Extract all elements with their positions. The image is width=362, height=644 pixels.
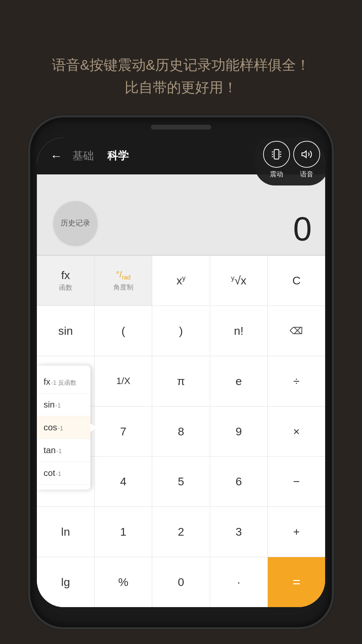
panel-item-cos-inv[interactable]: cos-1 [37,416,90,439]
key-subtract[interactable]: − [268,457,325,506]
key-multiply[interactable]: × [268,407,325,457]
header-popup: 震动 语音 [255,138,325,185]
key-sin[interactable]: sin [37,306,95,356]
tab-basic[interactable]: 基础 [72,149,94,163]
key-0[interactable]: 0 [152,557,210,607]
key-e[interactable]: e [210,356,268,406]
key-row-6: ln 1 2 3 + [37,507,325,557]
phone-shell: ← 基础 科学 [30,117,332,627]
back-button[interactable]: ← [50,149,62,163]
sound-button[interactable]: 语音 [293,141,320,179]
key-add[interactable]: + [268,507,325,557]
key-angle-mode[interactable]: °/rad 角度制 [95,256,152,306]
slide-panel: fx-1 反函数 sin-1 cos-1 tan-1 cot-1 [37,366,90,490]
vibrate-icon [263,141,290,168]
key-3[interactable]: 3 [210,507,268,557]
phone-speaker [151,125,211,129]
header-tabs: 基础 科学 [72,149,129,163]
key-percent[interactable]: % [95,557,152,607]
tab-science[interactable]: 科学 [107,149,129,163]
key-6[interactable]: 6 [210,457,268,506]
key-yroot[interactable]: y√x [210,256,268,306]
svg-rect-0 [274,150,279,159]
vibrate-label: 震动 [270,170,283,179]
key-9[interactable]: 9 [210,407,268,457]
header-bar: ← 基础 科学 [37,138,325,174]
panel-item-fx-inv[interactable]: fx-1 反函数 [37,371,90,393]
panel-item-sin-inv[interactable]: sin-1 [37,393,90,416]
key-equals[interactable]: = [268,557,325,607]
vibrate-button[interactable]: 震动 [263,141,290,179]
key-clear[interactable]: C [268,256,325,306]
key-lparen[interactable]: ( [95,306,152,356]
sound-icon [293,141,320,168]
key-4[interactable]: 4 [95,457,152,506]
key-reciprocal[interactable]: 1/X [95,356,152,406]
key-5[interactable]: 5 [152,457,210,506]
key-lg[interactable]: lg [37,557,95,607]
key-1[interactable]: 1 [95,507,152,557]
panel-item-tan-inv[interactable]: tan-1 [37,439,90,462]
key-backspace[interactable]: ⌫ [268,306,325,356]
key-dot[interactable]: · [210,557,268,607]
key-divide[interactable]: ÷ [268,356,325,406]
promo-line1: 语音&按键震动&历史记录功能样样俱全！ [27,54,335,76]
promo-text-area: 语音&按键震动&历史记录功能样样俱全！ 比自带的更好用！ [0,0,362,119]
key-pi[interactable]: π [152,356,210,406]
promo-line2: 比自带的更好用！ [27,76,335,99]
phone-screen: ← 基础 科学 [37,138,325,607]
sound-label: 语音 [300,170,313,179]
display-area: 历史记录 0 [37,174,325,255]
key-power[interactable]: xy [152,256,210,306]
keyboard-area: fx-1 反函数 sin-1 cos-1 tan-1 cot-1 [37,256,325,607]
display-number: 0 [293,210,312,248]
key-8[interactable]: 8 [152,407,210,457]
key-2[interactable]: 2 [152,507,210,557]
key-rparen[interactable]: ) [152,306,210,356]
key-row-2: sin ( ) n! ⌫ [37,306,325,356]
panel-arrow [90,424,97,432]
key-row-1: fx 函数 °/rad 角度制 xy y√x C [37,256,325,306]
key-7[interactable]: 7 [95,407,152,457]
history-button[interactable]: 历史记录 [54,201,97,245]
key-ln[interactable]: ln [37,507,95,557]
panel-item-cot-inv[interactable]: cot-1 [37,462,90,485]
key-row-7: lg % 0 · = [37,557,325,607]
key-fx[interactable]: fx 函数 [37,256,95,306]
svg-marker-7 [302,151,306,158]
key-factorial[interactable]: n! [210,306,268,356]
